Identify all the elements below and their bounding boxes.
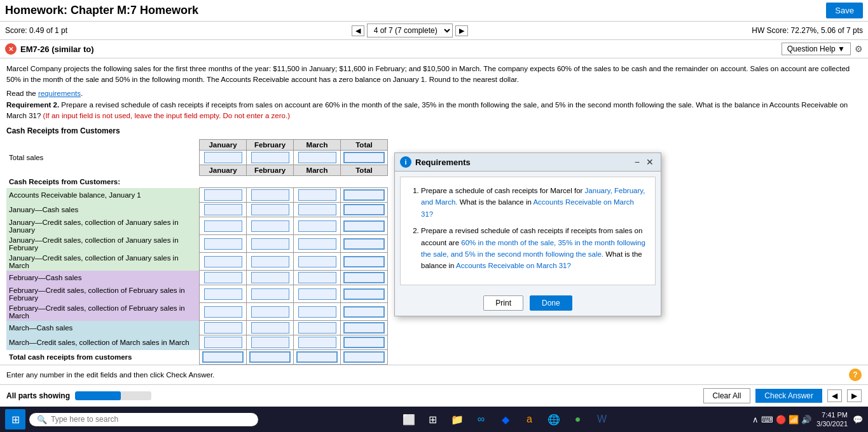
task-view-icon[interactable]: ⬜ [400, 410, 418, 428]
score-label: Score: 0.49 of 1 pt [5, 26, 67, 35]
action-bar: All parts showing Clear All Check Answer… [0, 384, 868, 407]
jan-credit-mar-total[interactable] [343, 256, 385, 267]
gear-icon[interactable]: ⚙ [855, 44, 863, 54]
jan-credit-feb-total[interactable] [343, 238, 385, 250]
ar-bal-jan1-mar[interactable] [298, 189, 336, 201]
jan-credit-mar-mar[interactable] [298, 256, 336, 267]
modal-close-button[interactable]: ✕ [644, 157, 656, 167]
jan-credit-feb-feb[interactable] [251, 238, 289, 250]
total-receipts-total[interactable] [343, 351, 385, 363]
prev-question-button[interactable]: ◀ [352, 25, 364, 36]
check-answer-button[interactable]: Check Answer [755, 389, 822, 403]
feb-credit-mar-jan[interactable] [204, 306, 242, 318]
taskbar-sys-icons: ∧ ⌨ 🔴 📶 🔊 [752, 415, 811, 424]
mar-credit-mar-feb[interactable] [251, 337, 289, 348]
action-next-button[interactable]: ▶ [847, 389, 862, 402]
start-button[interactable]: ⊞ [5, 409, 25, 429]
taskbar-search-input[interactable] [51, 415, 251, 424]
jan-cash-mar[interactable] [298, 204, 336, 215]
save-button[interactable]: Save [826, 3, 863, 18]
jan-credit-jan-total[interactable] [343, 220, 385, 232]
wifi-icon[interactable]: 📶 [789, 415, 799, 424]
mar-cash-mar[interactable] [298, 322, 336, 334]
row-label-jan-cash: January—Cash sales [6, 203, 200, 217]
table-row: February—Credit sales, collection of Feb… [6, 285, 388, 303]
requirements-link[interactable]: requirements [38, 90, 81, 97]
clear-all-button[interactable]: Clear All [703, 388, 751, 403]
feb-credit-feb-mar[interactable] [298, 288, 336, 300]
jan-cash-total[interactable] [343, 204, 385, 215]
req2-text: Requirement 2. Prepare a revised schedul… [6, 100, 862, 122]
action-right: Clear All Check Answer ◀ ▶ [703, 388, 862, 403]
jan-credit-jan-feb[interactable] [251, 220, 289, 232]
total-receipts-feb[interactable] [249, 351, 291, 363]
jan-credit-mar-feb[interactable] [251, 256, 289, 267]
feb-cash-feb[interactable] [251, 272, 289, 283]
question-selector[interactable]: 4 of 7 (7 complete) [367, 24, 453, 37]
edge-icon[interactable]: 🌐 [545, 410, 563, 428]
row-label-feb-cash: February—Cash sales [6, 271, 200, 285]
feb-credit-feb-total[interactable] [343, 288, 385, 300]
jan-credit-jan-mar[interactable] [298, 220, 336, 232]
taskbar-apps-icon[interactable]: ⊞ [424, 410, 442, 428]
feb-credit-mar-total[interactable] [343, 306, 385, 318]
feb-credit-mar-mar[interactable] [298, 306, 336, 318]
modal-controls: − ✕ [633, 157, 656, 167]
jan-cash-jan[interactable] [204, 204, 242, 215]
help-icon[interactable]: ? [849, 368, 862, 381]
mar-cash-total[interactable] [343, 322, 385, 334]
up-arrow-icon[interactable]: ∧ [752, 415, 759, 424]
mar-cash-feb[interactable] [251, 322, 289, 334]
row-label-feb-credit-mar: February—Credit sales, collection of Feb… [6, 303, 200, 321]
mar-credit-mar-jan[interactable] [204, 337, 242, 348]
modal-minimize-button[interactable]: − [633, 157, 642, 167]
table-row: January—Credit sales, collection of Janu… [6, 235, 388, 253]
total-sales-feb-input[interactable] [251, 152, 289, 163]
feb-cash-mar[interactable] [298, 272, 336, 283]
sub-col-january: January [200, 165, 247, 176]
feb-cash-jan[interactable] [204, 272, 242, 283]
jan-cash-feb[interactable] [251, 204, 289, 215]
ar-bal-jan1-jan[interactable] [204, 189, 242, 201]
total-sales-jan-input[interactable] [204, 152, 242, 163]
notification-icon[interactable]: 🔴 [776, 415, 786, 424]
requirements-modal: i Requirements − ✕ Prepare a schedule of… [394, 152, 661, 316]
jan-credit-jan-jan[interactable] [204, 220, 242, 232]
ar-bal-jan1-total[interactable] [343, 189, 385, 201]
mar-credit-mar-total[interactable] [343, 337, 385, 348]
next-question-button[interactable]: ▶ [455, 25, 468, 36]
table-row: March—Cash sales [6, 321, 388, 335]
total-receipts-jan[interactable] [202, 351, 244, 363]
jan-credit-feb-mar[interactable] [298, 238, 336, 250]
feb-credit-feb-feb[interactable] [251, 288, 289, 300]
cash-receipts-table: January February March Total Total sales… [6, 139, 388, 365]
total-receipts-mar[interactable] [296, 351, 338, 363]
total-sales-total-input[interactable] [343, 152, 385, 163]
question-id-label: EM7-26 (similar to) [20, 44, 94, 54]
word-icon[interactable]: W [593, 410, 611, 428]
mar-credit-mar-mar[interactable] [298, 337, 336, 348]
notifications-panel-icon[interactable]: 💬 [853, 415, 863, 424]
keyboard-icon[interactable]: ⌨ [761, 415, 773, 424]
action-prev-button[interactable]: ◀ [827, 389, 842, 402]
modal-print-button[interactable]: Print [483, 295, 523, 311]
volume-icon[interactable]: 🔊 [801, 415, 811, 424]
amazon-icon[interactable]: a [521, 410, 539, 428]
jan-credit-feb-jan[interactable] [204, 238, 242, 250]
modal-done-button[interactable]: Done [530, 295, 572, 311]
dropbox-icon[interactable]: ◆ [497, 410, 514, 428]
problem-text: Marcel Company projects the following sa… [6, 64, 862, 86]
jan-credit-mar-jan[interactable] [204, 256, 242, 267]
taskbar-time[interactable]: 7:41 PM 3/30/2021 [816, 410, 848, 429]
feb-credit-mar-feb[interactable] [251, 306, 289, 318]
browser-icon1[interactable]: ∞ [472, 410, 490, 428]
question-help-button[interactable]: Question Help ▼ [782, 43, 851, 55]
feb-credit-feb-jan[interactable] [204, 288, 242, 300]
feb-cash-total[interactable] [343, 272, 385, 283]
total-sales-mar-input[interactable] [298, 152, 336, 163]
file-explorer-icon[interactable]: 📁 [448, 410, 466, 428]
chrome-icon[interactable]: ● [569, 410, 587, 428]
mar-cash-jan[interactable] [204, 322, 242, 334]
ar-bal-jan1-feb[interactable] [251, 189, 289, 201]
row-label-ar-bal-jan1: Accounts Receivable balance, January 1 [6, 188, 200, 203]
